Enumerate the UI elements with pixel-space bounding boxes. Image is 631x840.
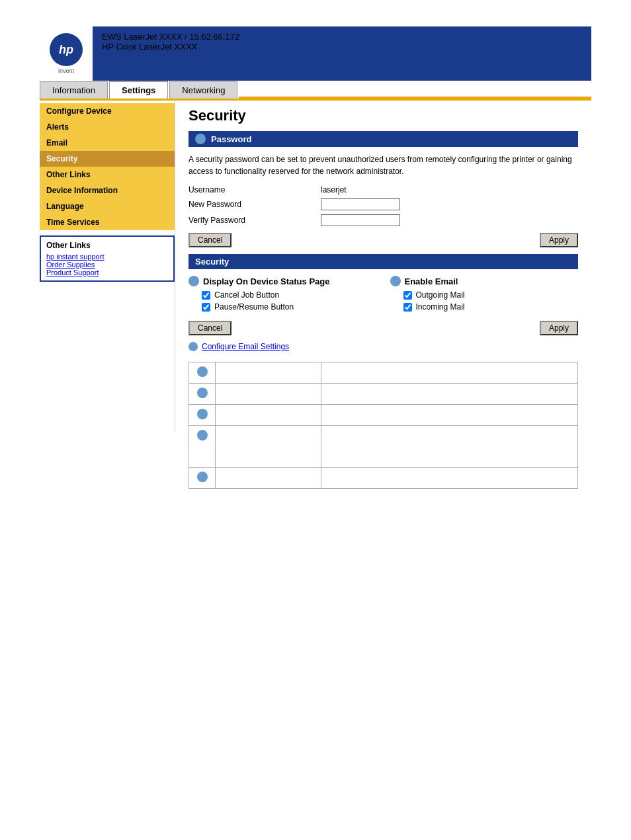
table-cell-desc-5 [321,468,578,489]
email-bullet [390,276,401,286]
outgoing-mail-checkbox[interactable] [403,291,412,300]
security-section-header: Security [189,254,578,269]
incoming-mail-checkbox[interactable] [403,303,412,312]
pause-resume-checkbox[interactable] [202,303,210,312]
table-cell-name-5 [216,468,321,489]
sidebar-item-device-information[interactable]: Device Information [40,183,175,198]
table-bullet-1 [197,366,208,377]
link-order-supplies[interactable]: Order Supplies [46,261,168,269]
table-row [189,426,578,468]
username-value: laserjet [321,185,347,194]
table-cell-name-2 [216,384,321,405]
main-content: Security Password A security password ca… [175,101,591,502]
table-bullet-2 [197,388,208,398]
sidebar-item-email[interactable]: Email [40,135,175,151]
enable-email-title: Enable Email [405,276,458,286]
display-bullet [189,276,199,286]
password-button-row: Cancel Apply [189,233,578,247]
table-cell-desc-2 [321,384,578,405]
hp-logo: hp [50,33,83,66]
display-on-device-title: Display On Device Status Page [203,276,329,286]
invent-label: invent [58,67,74,74]
table-row [189,468,578,489]
enable-email-col: Enable Email Outgoing Mail Incoming Mail [390,276,579,314]
table-row [189,362,578,384]
page-title: Security [189,107,578,124]
password-bullet [195,134,206,144]
display-on-device-col: Display On Device Status Page Cancel Job… [189,276,377,314]
tab-bar: Information Settings Networking [40,81,591,101]
password-description: A security password can be set to preven… [189,153,578,177]
table-bullet-5 [197,472,208,482]
sidebar-item-security[interactable]: Security [40,151,175,167]
sidebar: Configure Device Alerts Email Security O… [40,101,175,431]
sidebar-item-language[interactable]: Language [40,198,175,214]
new-password-label: New Password [189,200,321,209]
table-bullet-3 [197,409,208,419]
sidebar-item-alerts[interactable]: Alerts [40,119,175,135]
pause-resume-label: Pause/Resume Button [214,302,294,312]
sidebar-item-time-services[interactable]: Time Services [40,214,175,230]
table-row [189,405,578,426]
table-row [189,384,578,405]
security-button-row: Cancel Apply [189,321,578,335]
info-table [189,362,578,489]
password-section-header: Password [189,131,578,147]
cancel-job-label: Cancel Job Button [214,290,279,300]
ews-label: EWS LaserJet XXXX / 15.62.66.172 [102,32,582,42]
table-cell-desc-1 [321,362,578,384]
password-apply-button[interactable]: Apply [540,233,578,247]
printer-title: HP Color LaserJet XXXX [102,42,582,52]
table-cell-desc-4 [321,426,578,468]
cancel-job-checkbox[interactable] [202,291,210,300]
sidebar-item-other-links[interactable]: Other Links [40,167,175,183]
sidebar-item-configure-device[interactable]: Configure Device [40,103,175,119]
new-password-input[interactable] [321,198,400,210]
configure-email-link[interactable]: Configure Email Settings [189,342,578,351]
tab-settings[interactable]: Settings [109,81,168,99]
verify-password-label: Verify Password [189,216,321,225]
table-cell-name-4 [216,426,321,468]
security-cols: Display On Device Status Page Cancel Job… [189,276,578,314]
tab-networking[interactable]: Networking [169,81,237,99]
table-cell-name-3 [216,405,321,426]
verify-password-input[interactable] [321,214,400,226]
security-apply-button[interactable]: Apply [540,321,578,335]
other-links-panel: Other Links hp instant support Order Sup… [40,235,175,282]
incoming-mail-label: Incoming Mail [416,302,465,312]
security-cancel-button[interactable]: Cancel [189,321,231,335]
tab-information[interactable]: Information [40,81,108,99]
password-form: Username laserjet New Password Verify Pa… [189,185,578,226]
password-cancel-button[interactable]: Cancel [189,233,231,247]
table-bullet-4 [197,430,208,441]
table-cell-name-1 [216,362,321,384]
outgoing-mail-label: Outgoing Mail [416,290,465,300]
username-label: Username [189,185,321,194]
other-links-title: Other Links [46,241,168,250]
configure-bullet [189,342,198,351]
link-product-support[interactable]: Product Support [46,269,168,276]
table-cell-desc-3 [321,405,578,426]
link-hp-instant-support[interactable]: hp instant support [46,253,168,261]
